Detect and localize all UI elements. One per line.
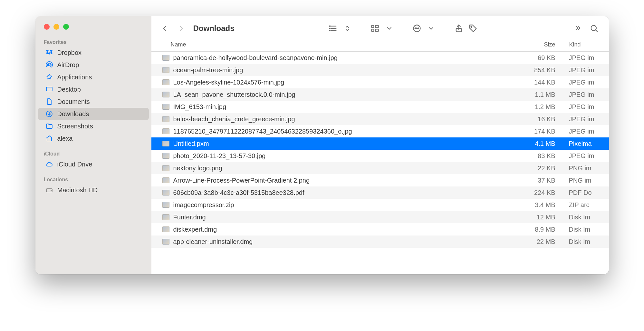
- file-size: 16 KB: [506, 115, 564, 123]
- disk-icon: [45, 186, 53, 194]
- svg-line-24: [595, 30, 597, 32]
- file-kind: Disk Im: [564, 238, 609, 246]
- file-row[interactable]: 118765210_3479711222087743_2405463228593…: [151, 125, 609, 137]
- view-list-button[interactable]: [327, 23, 340, 34]
- svg-rect-13: [371, 25, 374, 28]
- close-window-button[interactable]: [44, 24, 50, 30]
- chevron-down-icon[interactable]: [383, 23, 396, 34]
- back-button[interactable]: [159, 23, 171, 34]
- share-button[interactable]: [452, 23, 465, 34]
- file-size: 69 KB: [506, 54, 564, 62]
- sidebar-item-label: Applications: [57, 74, 92, 81]
- file-kind: JPEG im: [564, 152, 609, 160]
- window-controls: [35, 23, 151, 37]
- file-kind: JPEG im: [564, 115, 609, 123]
- file-kind: Pixelma: [564, 140, 609, 147]
- toolbar: Downloads: [151, 16, 609, 35]
- sidebar-item-dropbox[interactable]: Dropbox: [38, 46, 149, 59]
- file-name: 118765210_3479711222087743_2405463228593…: [173, 128, 352, 135]
- sidebar-item-screenshots[interactable]: Screenshots: [38, 120, 149, 132]
- file-kind: PNG im: [564, 165, 609, 172]
- document-icon: [45, 97, 53, 106]
- file-row[interactable]: panoramica-de-hollywood-boulevard-seanpa…: [151, 52, 609, 64]
- sidebar-item-alexa[interactable]: alexa: [38, 132, 149, 145]
- tags-button[interactable]: [466, 23, 479, 34]
- minimize-window-button[interactable]: [53, 24, 59, 30]
- file-kind: JPEG im: [564, 54, 609, 62]
- sidebar-item-desktop[interactable]: Desktop: [38, 83, 149, 95]
- file-size: 12 MB: [506, 214, 564, 221]
- file-kind: JPEG im: [564, 128, 609, 135]
- file-thumb-icon: [162, 153, 169, 159]
- action-menu-button[interactable]: [410, 23, 423, 34]
- view-list-updown-icon[interactable]: [341, 23, 354, 34]
- file-thumb-icon: [162, 92, 169, 97]
- file-name: photo_2020-11-23_13-57-30.jpg: [173, 152, 266, 160]
- file-row[interactable]: IMG_6153-min.jpg1.2 MBJPEG im: [151, 101, 609, 113]
- file-name: Untitled.pxm: [173, 140, 209, 147]
- sidebar-item-label: Screenshots: [57, 123, 93, 130]
- search-button[interactable]: [588, 23, 601, 34]
- sidebar-item-label: Macintosh HD: [57, 186, 98, 194]
- main-pane: Downloads: [151, 16, 609, 274]
- sidebar-item-icloud-drive[interactable]: iCloud Drive: [38, 158, 149, 170]
- sidebar-item-documents[interactable]: Documents: [38, 95, 149, 108]
- sidebar-item-airdrop[interactable]: AirDrop: [38, 59, 149, 71]
- desktop-icon: [45, 85, 53, 94]
- file-thumb-icon: [162, 128, 169, 134]
- sidebar-section-label: Locations: [35, 175, 151, 184]
- file-size: 3.4 MB: [506, 201, 564, 209]
- svg-point-22: [471, 26, 472, 28]
- chevron-down-icon[interactable]: [425, 23, 437, 34]
- overflow-button[interactable]: [572, 23, 584, 34]
- file-size: 224 KB: [506, 189, 564, 196]
- sidebar-item-label: Downloads: [57, 110, 89, 118]
- file-row[interactable]: Los-Angeles-skyline-1024x576-min.jpg144 …: [151, 76, 609, 88]
- file-row[interactable]: imagecompressor.zip3.4 MBZIP arc: [151, 199, 609, 211]
- file-row[interactable]: balos-beach_chania_crete_greece-min.jpg1…: [151, 113, 609, 125]
- file-size: 8.9 MB: [506, 226, 564, 233]
- file-row[interactable]: Untitled.pxm4.1 MBPixelma: [151, 137, 609, 150]
- file-name: IMG_6153-min.jpg: [173, 103, 226, 111]
- cloud-icon: [45, 160, 53, 168]
- file-size: 1.1 MB: [506, 91, 564, 98]
- svg-rect-15: [375, 25, 378, 28]
- file-row[interactable]: nektony logo.png22 KBPNG im: [151, 162, 609, 174]
- file-row[interactable]: 606cb09a-3a8b-4c3c-a30f-5315ba8ee328.pdf…: [151, 186, 609, 199]
- file-row[interactable]: ocean-palm-tree-min.jpg854 KBJPEG im: [151, 64, 609, 76]
- sidebar-item-downloads[interactable]: Downloads: [38, 108, 149, 120]
- file-list[interactable]: panoramica-de-hollywood-boulevard-seanpa…: [151, 52, 609, 274]
- column-header-size[interactable]: Size: [506, 41, 564, 48]
- group-by-button[interactable]: [369, 23, 381, 34]
- file-name: LA_sean_pavone_shutterstock.0.0-min.jpg: [173, 91, 295, 98]
- file-name: panoramica-de-hollywood-boulevard-seanpa…: [173, 54, 338, 62]
- file-size: 144 KB: [506, 79, 564, 86]
- file-row[interactable]: diskexpert.dmg8.9 MBDisk Im: [151, 223, 609, 236]
- file-thumb-icon: [162, 141, 169, 146]
- svg-point-20: [418, 28, 419, 29]
- forward-button[interactable]: [175, 23, 187, 34]
- svg-point-11: [329, 28, 330, 29]
- file-thumb-icon: [162, 104, 169, 110]
- file-name: Los-Angeles-skyline-1024x576-min.jpg: [173, 79, 284, 86]
- sidebar-item-macintosh-hd[interactable]: Macintosh HD: [38, 184, 149, 196]
- file-row[interactable]: LA_sean_pavone_shutterstock.0.0-min.jpg1…: [151, 88, 609, 101]
- file-name: Funter.dmg: [173, 214, 206, 221]
- file-name: balos-beach_chania_crete_greece-min.jpg: [173, 115, 295, 123]
- file-kind: JPEG im: [564, 103, 609, 111]
- file-row[interactable]: Arrow-Line-Process-PowerPoint-Gradient 2…: [151, 174, 609, 186]
- finder-window: FavoritesDropboxAirDropApplicationsDeskt…: [35, 16, 609, 274]
- column-header-name[interactable]: Name: [151, 41, 506, 48]
- sidebar-item-applications[interactable]: Applications: [38, 71, 149, 83]
- svg-point-6: [51, 190, 52, 191]
- svg-rect-16: [375, 29, 378, 31]
- column-header-row: Name Size Kind: [151, 35, 609, 52]
- file-kind: ZIP arc: [564, 201, 609, 209]
- fullscreen-window-button[interactable]: [63, 24, 69, 30]
- file-row[interactable]: Funter.dmg12 MBDisk Im: [151, 211, 609, 223]
- file-row[interactable]: photo_2020-11-23_13-57-30.jpg83 KBJPEG i…: [151, 150, 609, 162]
- file-thumb-icon: [162, 55, 169, 61]
- column-header-kind[interactable]: Kind: [564, 41, 609, 48]
- file-thumb-icon: [162, 190, 169, 196]
- file-row[interactable]: app-cleaner-uninstaller.dmg22 MBDisk Im: [151, 236, 609, 248]
